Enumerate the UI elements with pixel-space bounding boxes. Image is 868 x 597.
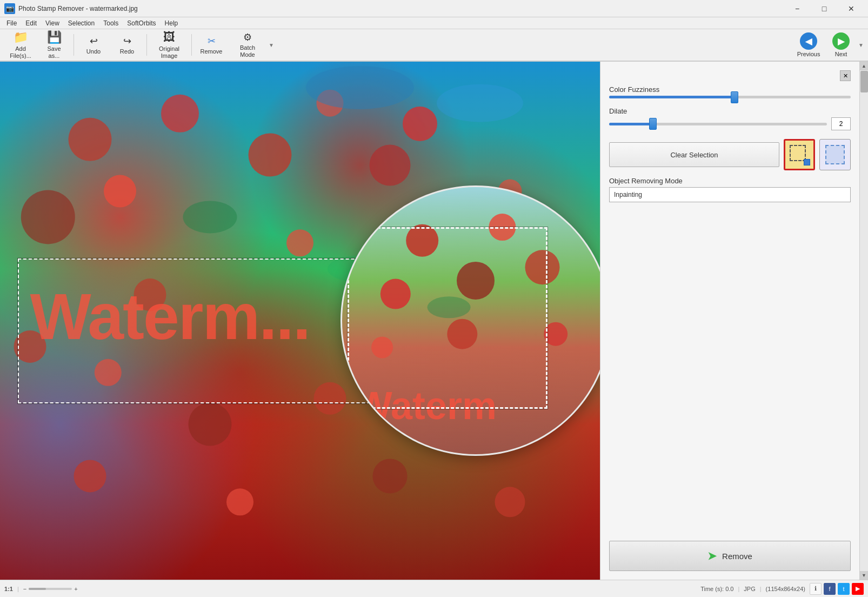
svg-point-11 bbox=[437, 84, 523, 122]
selection-mode-button-1[interactable] bbox=[784, 139, 815, 170]
info-icon-button[interactable]: ℹ bbox=[810, 583, 822, 595]
svg-point-0 bbox=[69, 118, 112, 161]
toolbar-separator-1 bbox=[74, 34, 74, 56]
dilate-slider-container: 2 bbox=[609, 117, 851, 130]
menu-softorbits[interactable]: SoftOrbits bbox=[123, 18, 160, 28]
dilate-thumb[interactable] bbox=[649, 118, 657, 130]
svg-point-2 bbox=[21, 190, 75, 244]
svg-point-12 bbox=[183, 201, 237, 233]
previous-button[interactable]: ◀ Previous bbox=[792, 31, 825, 59]
svg-point-1 bbox=[104, 175, 136, 208]
panel-close-button[interactable]: ✕ bbox=[840, 70, 851, 81]
save-as-label: Saveas... bbox=[47, 45, 61, 59]
image-area[interactable]: Waterm... bbox=[0, 62, 600, 580]
undo-label: Undo bbox=[86, 48, 101, 55]
previous-icon: ◀ bbox=[800, 32, 817, 50]
dropdown-container: Inpainting Content-Aware Fill Clone Stam… bbox=[609, 187, 851, 202]
toolbar-more-arrow[interactable]: ▼ bbox=[269, 42, 274, 48]
selection-buttons-row: Clear Selection bbox=[609, 139, 851, 170]
color-fuzziness-label: Color Fuzziness bbox=[609, 85, 851, 94]
menu-selection[interactable]: Selection bbox=[64, 18, 99, 28]
right-panel: ✕ Color Fuzziness Dilate 2 bbox=[600, 62, 859, 580]
scroll-up-arrow[interactable]: ▲ bbox=[860, 62, 869, 70]
minimize-button[interactable]: − bbox=[785, 0, 810, 17]
redo-button[interactable]: ↪ Redo bbox=[111, 31, 143, 59]
dilate-value[interactable]: 2 bbox=[831, 117, 851, 130]
batch-mode-button[interactable]: ⚙ BatchMode bbox=[229, 31, 266, 59]
original-image-icon: 🖼 bbox=[163, 30, 175, 44]
magnifier-circle: Waterm bbox=[340, 185, 600, 456]
maximize-button[interactable]: □ bbox=[812, 0, 837, 17]
zoom-minus-icon[interactable]: − bbox=[23, 586, 26, 592]
color-fuzziness-slider-container bbox=[609, 96, 851, 98]
batch-mode-label: BatchMode bbox=[240, 44, 255, 58]
remove-button-label: Remove bbox=[722, 552, 752, 561]
redo-label: Redo bbox=[120, 48, 134, 55]
status-separator-2: | bbox=[760, 586, 762, 592]
toolbar: 📁 AddFile(s)... 💾 Saveas... ↩ Undo ↪ Red… bbox=[0, 29, 868, 62]
dilate-track[interactable] bbox=[609, 123, 827, 125]
status-size: (1154x864x24) bbox=[766, 586, 805, 592]
menu-tools[interactable]: Tools bbox=[99, 18, 123, 28]
original-image-label: OriginalImage bbox=[159, 45, 179, 59]
svg-point-23 bbox=[74, 460, 106, 492]
magnifier-selection bbox=[348, 227, 548, 409]
status-separator-1: | bbox=[738, 586, 739, 592]
batch-mode-icon: ⚙ bbox=[243, 31, 252, 43]
add-files-icon: 📁 bbox=[14, 30, 28, 44]
svg-point-8 bbox=[286, 229, 313, 256]
color-fuzziness-thumb[interactable] bbox=[731, 91, 738, 103]
svg-point-6 bbox=[370, 145, 411, 186]
clear-selection-button[interactable]: Clear Selection bbox=[609, 142, 779, 167]
svg-point-9 bbox=[403, 107, 437, 141]
zoom-separator: | bbox=[17, 586, 19, 592]
next-button[interactable]: ▶ Next bbox=[825, 31, 857, 59]
color-fuzziness-track[interactable] bbox=[609, 96, 851, 98]
previous-label: Previous bbox=[797, 51, 820, 57]
menu-help[interactable]: Help bbox=[161, 18, 183, 28]
remove-button[interactable]: ➤ Remove bbox=[609, 541, 851, 571]
remove-arrow-icon: ➤ bbox=[707, 549, 717, 562]
panel-spacer bbox=[609, 209, 851, 534]
zoom-control: − + bbox=[23, 586, 78, 592]
original-image-button[interactable]: 🖼 OriginalImage bbox=[150, 31, 188, 59]
scroll-down-arrow[interactable]: ▼ bbox=[860, 571, 869, 580]
main-content: Waterm... bbox=[0, 62, 868, 580]
save-as-icon: 💾 bbox=[47, 30, 62, 44]
menu-file[interactable]: File bbox=[2, 18, 21, 28]
undo-button[interactable]: ↩ Undo bbox=[77, 31, 110, 59]
redo-icon: ↪ bbox=[123, 35, 131, 47]
zoom-plus-icon[interactable]: + bbox=[74, 586, 77, 592]
window-title: Photo Stamp Remover - watermarked.jpg bbox=[18, 5, 785, 12]
selection-mode-button-2[interactable] bbox=[819, 139, 851, 170]
svg-point-24 bbox=[226, 488, 253, 515]
save-as-button[interactable]: 💾 Saveas... bbox=[38, 31, 70, 59]
remove-button-toolbar[interactable]: ✂ Remove bbox=[195, 31, 228, 59]
object-removing-mode-label: Object Removing Mode bbox=[609, 177, 851, 185]
facebook-icon-button[interactable]: f bbox=[824, 583, 836, 595]
scroll-track[interactable] bbox=[860, 70, 869, 571]
add-files-button[interactable]: 📁 AddFile(s)... bbox=[4, 31, 37, 59]
color-fuzziness-fill bbox=[609, 96, 735, 98]
zoom-level: 1:1 bbox=[4, 586, 13, 592]
status-icons: ℹ f t ▶ bbox=[810, 583, 864, 595]
dilate-label: Dilate bbox=[609, 107, 851, 115]
svg-point-3 bbox=[161, 95, 199, 132]
app-icon: 📷 bbox=[4, 3, 15, 14]
color-fuzziness-section: Color Fuzziness bbox=[609, 85, 851, 98]
scroll-thumb[interactable] bbox=[860, 71, 868, 92]
menu-view[interactable]: View bbox=[41, 18, 64, 28]
menu-edit[interactable]: Edit bbox=[21, 18, 41, 28]
zoom-slider[interactable] bbox=[29, 588, 72, 590]
status-time: Time (s): 0.0 bbox=[700, 586, 733, 592]
dilate-section: Dilate 2 bbox=[609, 107, 851, 130]
title-bar: 📷 Photo Stamp Remover - watermarked.jpg … bbox=[0, 0, 868, 17]
toolbar-separator-2 bbox=[146, 34, 147, 56]
nav-dropdown-arrow[interactable]: ▼ bbox=[858, 42, 864, 48]
close-button[interactable]: ✕ bbox=[839, 0, 864, 17]
next-label: Next bbox=[835, 51, 847, 57]
removing-mode-dropdown[interactable]: Inpainting Content-Aware Fill Clone Stam… bbox=[609, 187, 851, 202]
selection-mode-icon-1 bbox=[790, 145, 809, 164]
twitter-icon-button[interactable]: t bbox=[838, 583, 850, 595]
youtube-icon-button[interactable]: ▶ bbox=[852, 583, 864, 595]
